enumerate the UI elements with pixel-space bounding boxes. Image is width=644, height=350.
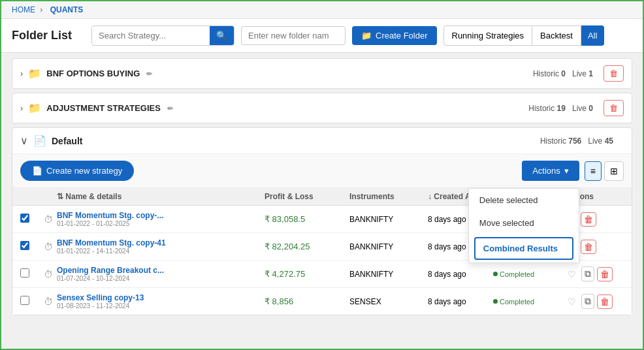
row-4-copy-button[interactable]: ⧉ [581, 294, 594, 309]
row-4-date-range: 01-08-2023 - 11-12-2024 [57, 302, 265, 310]
all-button[interactable]: All [581, 25, 604, 46]
row-3-heart-button[interactable]: ♡ [565, 268, 579, 281]
row-3-date-range: 01-07-2024 - 10-12-2024 [57, 275, 265, 282]
default-folder-stats: Historic 756 Live 45 [540, 136, 613, 146]
row-3-checkbox[interactable] [20, 268, 29, 278]
row-1-date-range: 01-01-2022 - 01-02-2025 [57, 220, 265, 227]
row-3-status: Completed [493, 270, 565, 278]
create-folder-icon: 📁 [361, 31, 372, 40]
toolbar-right: Actions ▾ Delete selected Move selected … [522, 161, 624, 181]
row-4-status: Completed [493, 298, 565, 306]
create-folder-label: Create Folder [376, 31, 427, 40]
row-2-instrument: BANKNIFTY [349, 242, 428, 251]
table-row: ⏱ Opening Range Breakout c... 01-07-2024… [12, 261, 632, 288]
grid-view-icon: ⊞ [610, 166, 618, 176]
row-2-delete-button[interactable]: 🗑 [581, 240, 596, 254]
row-1-profit: ₹ 83,058.5 [265, 214, 349, 224]
actions-dropdown-container: Actions ▾ Delete selected Move selected … [522, 161, 579, 181]
row-4-checkbox[interactable] [20, 296, 29, 305]
default-folder: ∨ 📄 Default Historic 756 Live 45 📄 Creat… [12, 127, 632, 315]
create-strategy-icon: 📄 [32, 166, 42, 176]
col-instruments: Instruments [349, 192, 428, 201]
list-view-button[interactable]: ≡ [585, 161, 602, 181]
row-4-delete-button[interactable]: 🗑 [597, 294, 613, 309]
edit-icon-bnf[interactable]: ✏ [146, 70, 152, 78]
row-3-instrument: BANKNIFTY [349, 270, 428, 279]
row-4-profit: ₹ 8,856 [265, 296, 349, 306]
row-1-instrument: BANKNIFTY [349, 215, 428, 224]
col-name: ⇅ Name & details [57, 192, 265, 201]
default-folder-name: Default [52, 136, 540, 146]
default-folder-icon: 📄 [33, 135, 46, 147]
row-1-checkbox[interactable] [20, 214, 29, 223]
folder-name-bnf: BNF OPTIONS BUYING ✏ [46, 69, 533, 78]
backtest-button[interactable]: Backtest [532, 25, 581, 46]
row-2-strategy-name[interactable]: BNF Momentum Stg. copy-41 [57, 238, 265, 247]
row-4-created: 8 days ago [428, 297, 493, 306]
row-3-copy-button[interactable]: ⧉ [581, 266, 594, 281]
row-3-profit: ₹ 4,272.75 [265, 269, 349, 279]
folder-toggle-bnf[interactable]: › [20, 69, 23, 78]
default-folder-toggle[interactable]: ∨ [20, 135, 28, 147]
breadcrumb: HOME › QUANTS [1, 1, 643, 19]
delete-icon-adjustment: 🗑 [609, 103, 618, 113]
folder-row-adjustment: › 📁 ADJUSTMENT STRATEGIES ✏ Historic 19 … [12, 93, 632, 123]
row-2-date-range: 01-01-2022 - 14-11-2024 [57, 247, 265, 255]
row-4-instrument: SENSEX [349, 297, 428, 306]
row-2-clock-icon: ⏱ [44, 242, 53, 252]
row-3-created: 8 days ago [428, 270, 493, 279]
status-dot [493, 272, 498, 276]
row-3-delete-button[interactable]: 🗑 [597, 267, 613, 281]
search-box: 🔍 [91, 25, 234, 46]
strategy-toolbar: 📄 Create new strategy Actions ▾ Delete s… [12, 154, 632, 188]
row-4-actions: ♡ ⧉ 🗑 [565, 294, 624, 309]
table-row: ⏱ Sensex Selling copy-13 01-08-2023 - 11… [12, 288, 632, 315]
breadcrumb-separator: › [40, 5, 42, 14]
folder-name-input[interactable] [241, 26, 346, 45]
status-dot-4 [493, 299, 498, 304]
actions-chevron-icon: ▾ [564, 166, 569, 176]
running-strategies-button[interactable]: Running Strategies [443, 25, 533, 46]
delete-selected-item[interactable]: Delete selected [469, 189, 579, 212]
col-profit: Profit & Loss [265, 192, 349, 201]
row-3-clock-icon: ⏱ [44, 269, 53, 279]
list-view-icon: ≡ [590, 166, 596, 176]
default-folder-header: ∨ 📄 Default Historic 756 Live 45 [12, 128, 632, 154]
grid-view-button[interactable]: ⊞ [604, 161, 624, 181]
folder-icon-bnf: 📁 [28, 67, 41, 80]
search-icon: 🔍 [216, 31, 227, 40]
row-1-strategy-name[interactable]: BNF Momentum Stg. copy-... [57, 211, 265, 220]
move-selected-item[interactable]: Move selected [469, 212, 579, 234]
row-3-strategy-name[interactable]: Opening Range Breakout c... [57, 266, 265, 275]
delete-folder-adjustment-button[interactable]: 🗑 [604, 100, 624, 116]
delete-folder-bnf-button[interactable]: 🗑 [604, 65, 624, 82]
create-strategy-label: Create new strategy [46, 166, 122, 176]
search-button[interactable]: 🔍 [210, 26, 234, 45]
row-4-heart-button[interactable]: ♡ [565, 295, 579, 308]
folder-toggle-adjustment[interactable]: › [20, 103, 23, 113]
create-folder-button[interactable]: 📁 Create Folder [352, 26, 436, 45]
row-1-clock-icon: ⏱ [44, 214, 53, 225]
folder-icon-adjustment: 📁 [28, 102, 41, 114]
combined-results-item[interactable]: Combined Results [474, 237, 573, 260]
breadcrumb-home[interactable]: HOME [12, 5, 35, 14]
actions-dropdown-menu: Delete selected Move selected Combined R… [468, 188, 579, 263]
row-2-profit: ₹ 82,204.25 [265, 242, 349, 251]
row-4-clock-icon: ⏱ [44, 296, 53, 307]
actions-button[interactable]: Actions ▾ [522, 161, 579, 181]
search-input[interactable] [92, 27, 210, 44]
create-strategy-button[interactable]: 📄 Create new strategy [20, 161, 134, 181]
edit-icon-adjustment[interactable]: ✏ [167, 104, 173, 112]
main-content: › 📁 BNF OPTIONS BUYING ✏ Historic 0 Live… [1, 53, 643, 325]
row-1-delete-button[interactable]: 🗑 [581, 212, 596, 227]
row-4-strategy-name[interactable]: Sensex Selling copy-13 [57, 293, 265, 302]
view-toggle-group: ≡ ⊞ [585, 161, 624, 181]
folder-stats-bnf: Historic 0 Live 1 [533, 69, 593, 78]
row-2-checkbox[interactable] [20, 241, 29, 250]
actions-label: Actions [532, 166, 560, 176]
folder-stats-adjustment: Historic 19 Live 0 [528, 104, 593, 113]
page-title: Folder List [12, 29, 72, 42]
row-3-actions: ♡ ⧉ 🗑 [565, 266, 624, 281]
view-filter-group: Running Strategies Backtest All [443, 25, 605, 46]
header-bar: Folder List 🔍 📁 Create Folder Running St… [1, 19, 643, 53]
